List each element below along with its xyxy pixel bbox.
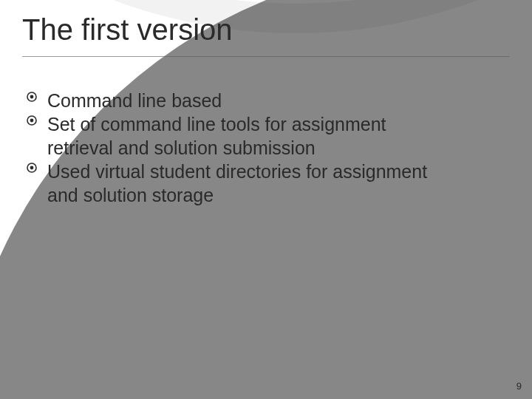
svg-point-5 [30,166,34,170]
bullet-item: Set of command line tools for assignment… [27,112,448,160]
bullet-marker-icon [27,115,37,126]
title-underline [22,56,510,57]
bullet-text: Set of command line tools for assignment… [47,114,386,158]
svg-point-3 [30,119,34,123]
bullet-marker-icon [27,92,37,102]
bullet-item: Used virtual student directories for ass… [27,160,448,207]
bullet-text: Command line based [47,90,222,111]
slide-body: Command line based Set of command line t… [27,89,448,207]
svg-point-1 [30,95,34,99]
bullet-item: Command line based [27,89,448,112]
bullet-marker-icon [27,163,37,173]
page-number: 9 [516,381,522,392]
slide: The first version Command line based Set… [0,0,532,399]
bullet-text: Used virtual student directories for ass… [47,161,427,205]
slide-title: The first version [22,13,233,47]
